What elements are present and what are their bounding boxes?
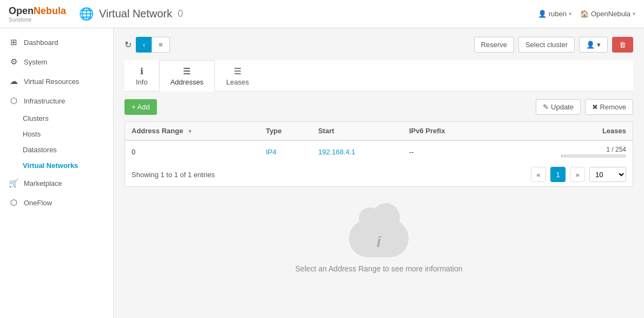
logo-open: Open [9,5,34,16]
table-row[interactable]: 0 IP4 192.168.4.1 -- 1 / 254 [125,140,633,163]
list-button[interactable]: ≡ [152,37,170,53]
sidebar-item-infrastructure[interactable]: ⬡ Infrastructure [0,91,113,111]
leases-value: 1 / 254 [606,146,626,153]
col-ipv6prefix[interactable]: IPv6 Prefix [403,122,491,140]
reserve-button[interactable]: Reserve [474,37,514,53]
col-start-label: Start [318,127,334,135]
delete-button[interactable]: 🗑 [612,37,633,53]
home-menu[interactable]: 🏠 OpenNebula ▾ [580,10,635,18]
col-address-range[interactable]: Address Range ▼ [125,122,259,140]
sidebar-item-virtual-resources[interactable]: ☁ Virtual Resources [0,72,113,91]
col-leases-label: Leases [602,127,626,135]
sidebar-item-hosts[interactable]: Hosts [0,126,113,142]
sidebar-label-system: System [24,58,47,66]
logo-nebula: Nebula [34,5,66,16]
sidebar-label-infrastructure: Infrastructure [24,97,65,105]
col-type[interactable]: Type [259,122,312,140]
username: ruben [549,10,567,18]
sidebar-item-system[interactable]: ⚙ System [0,52,113,72]
topnav-right: 👤 ruben ▾ 🏠 OpenNebula ▾ [538,10,635,18]
addresses-tab-icon: ☰ [183,66,190,76]
leases-tab-icon: ☰ [234,66,241,76]
main-toolbar: ↻ ‹ ≡ Reserve Select cluster 👤 ▾ 🗑 [124,37,633,53]
view-toggle: ‹ ≡ [136,37,170,53]
col-address-range-label: Address Range [132,127,183,135]
info-tab-label: Info [136,78,148,86]
info-message: Select an Address Range to see more info… [135,264,622,273]
sidebar-label-dashboard: Dashboard [24,38,58,47]
system-icon: ⚙ [9,57,18,67]
sidebar-item-oneflow[interactable]: ⬡ OneFlow [0,193,113,212]
table: Address Range ▼ Type Start IPv6 Prefix [125,122,633,163]
sidebar: ⊞ Dashboard ⚙ System ☁ Virtual Resources… [0,28,114,318]
user-menu[interactable]: 👤 ruben ▾ [538,10,571,18]
app-logo: OpenNebula Sunstone [9,5,66,23]
addresses-tab-label: Addresses [170,78,203,86]
showing-text: Showing 1 to 1 of 1 entries [132,171,215,179]
logo-sunstone: Sunstone [9,17,66,23]
col-ipv6prefix-label: IPv6 Prefix [409,127,445,135]
tab-bar: ℹ Info ☰ Addresses ☰ Leases [124,60,633,92]
page-title: Virtual Network [99,8,172,20]
refresh-button[interactable]: ↻ [124,40,132,50]
sidebar-label-clusters: Clusters [23,114,49,122]
cell-address-range: 0 [125,140,259,163]
pagination-row: Showing 1 to 1 of 1 entries « 1 » 10 25 … [125,163,633,186]
sidebar-label-marketplace: Marketplace [24,179,62,187]
user-caret: ▾ [569,11,571,17]
user-action-button[interactable]: 👤 ▾ [579,37,608,53]
globe-icon: 🌐 [79,7,94,21]
topnav: OpenNebula Sunstone 🌐 Virtual Network 0 … [0,0,644,28]
cell-ipv6prefix: -- [403,140,491,163]
sidebar-label-hosts: Hosts [23,130,41,138]
sidebar-item-virtual-networks[interactable]: Virtual Networks [0,158,113,173]
sort-icon-address-range: ▼ [187,128,193,134]
leases-bar [561,154,626,158]
user-action-caret: ▾ [597,41,601,49]
col-start[interactable]: Start [312,122,403,140]
add-button[interactable]: + Add [124,99,157,115]
cell-start: 192.168.4.1 [312,140,403,163]
sidebar-label-virtual-resources: Virtual Resources [24,77,79,86]
sidebar-item-marketplace[interactable]: 🛒 Marketplace [0,173,113,193]
tab-leases[interactable]: ☰ Leases [215,60,260,92]
sidebar-item-datastores[interactable]: Datastores [0,142,113,158]
prev-page-button[interactable]: « [531,167,546,182]
sidebar-label-datastores: Datastores [23,146,57,154]
sidebar-label-virtual-networks: Virtual Networks [23,161,78,170]
virtual-resources-icon: ☁ [9,76,18,86]
info-i-icon: i [377,233,381,251]
sidebar-label-oneflow: OneFlow [24,199,52,207]
col-leases[interactable]: Leases [491,122,633,140]
cloud-info-icon: i [346,209,411,257]
update-button[interactable]: ✎ Update [536,99,581,115]
edit-actions: ✎ Update ✖ Remove [536,99,633,115]
select-cluster-button[interactable]: Select cluster [518,37,575,53]
dashboard-icon: ⊞ [9,37,18,47]
tab-addresses[interactable]: ☰ Addresses [159,60,215,92]
per-page-select[interactable]: 10 25 50 100 [589,167,626,182]
cell-type: IP4 [259,140,312,163]
infrastructure-icon: ⬡ [9,96,18,106]
current-page[interactable]: 1 [550,167,566,182]
back-button[interactable]: ‹ [136,37,152,53]
oneflow-icon: ⬡ [9,198,18,207]
cell-leases: 1 / 254 [491,140,633,163]
leases-tab-label: Leases [226,78,249,86]
home-label: OpenNebula [591,10,630,18]
tab-info[interactable]: ℹ Info [124,60,159,92]
next-page-button[interactable]: » [570,167,585,182]
home-caret: ▾ [633,11,635,17]
marketplace-icon: 🛒 [9,178,18,188]
info-tab-icon: ℹ [140,66,143,76]
table-body: 0 IP4 192.168.4.1 -- 1 / 254 [125,140,633,163]
table-header: Address Range ▼ Type Start IPv6 Prefix [125,122,633,140]
sidebar-item-clusters[interactable]: Clusters [0,111,113,126]
remove-button[interactable]: ✖ Remove [585,99,633,115]
home-icon: 🏠 [580,10,589,18]
col-type-label: Type [266,127,281,135]
page-header: 🌐 Virtual Network 0 [79,7,538,21]
main-content: ↻ ‹ ≡ Reserve Select cluster 👤 ▾ 🗑 ℹ Inf… [114,28,644,318]
layout: ⊞ Dashboard ⚙ System ☁ Virtual Resources… [0,28,644,318]
sidebar-item-dashboard[interactable]: ⊞ Dashboard [0,33,113,52]
